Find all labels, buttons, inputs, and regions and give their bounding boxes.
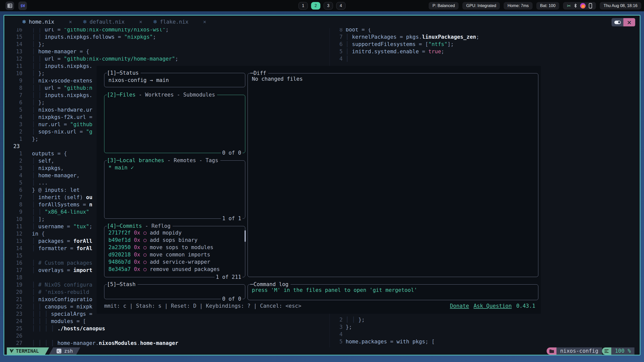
code-text: │ nix-vscode-extens — [32, 77, 92, 84]
terminal-prompt-icon: >_ — [57, 349, 61, 353]
line-number: 26 — [4, 332, 22, 340]
code-line[interactable]: 6│ supportedFilesystems = ["ntfs"]; — [336, 41, 640, 48]
commits-count: 1 of 211 — [215, 274, 243, 281]
window-close-button[interactable]: × — [623, 18, 635, 26]
code-text: │ nixos-hardware.ur — [32, 106, 92, 114]
panel-title: ─Command log — [250, 281, 291, 288]
command-log-content: press 'M' in the files panel to open 'gi… — [248, 285, 538, 294]
code-line[interactable]: 12│ │ url = "github:nix-community/home-m… — [4, 55, 330, 63]
scrollbar-thumb[interactable] — [245, 230, 246, 242]
code-text: outputs = { — [32, 150, 67, 157]
code-line[interactable]: 5│ initrd.systemd.enable = true; — [336, 48, 640, 55]
media-player-icon[interactable] — [580, 3, 586, 9]
code-line[interactable]: 15│ │ inputs.nixpkgs.follows = "nixpkgs"… — [4, 33, 330, 41]
commit-author: 0x — [134, 229, 143, 237]
editor-pane-right-bottom[interactable]: 2│ │ };3};45home.packages = with pkgs; [ — [336, 316, 640, 345]
line-number: 6 — [336, 41, 343, 48]
launcher-icon[interactable] — [6, 2, 14, 10]
tab-default-nix[interactable]: ❄ default.nix × — [83, 16, 142, 28]
lazygit-status-panel[interactable]: [1]─Status nixos-config → main — [104, 73, 245, 87]
window-toggle-button[interactable] — [612, 18, 623, 26]
commit-row[interactable]: 2a23950 0x ○ move sops to modules — [108, 244, 241, 251]
code-line[interactable]: 7│ kernelPackages = pkgs.linuxPackages_z… — [336, 33, 640, 41]
lazygit-files-panel[interactable]: [2]─Files - Worktrees - Submodules 0 of … — [104, 95, 245, 153]
commit-row[interactable]: 9486b7d 0x ○ add service-wrapper — [108, 258, 241, 266]
line-number: 22 — [4, 303, 22, 310]
code-text: │ username = "tux"; — [32, 223, 92, 230]
line-number: 7 — [4, 194, 22, 201]
phone-icon[interactable] — [589, 3, 592, 9]
panel-title: [1]─Status — [107, 69, 141, 77]
code-line[interactable]: 27│ │ │ │ home-manager.nixosModules.home… — [4, 340, 330, 347]
lazygit-commits-panel[interactable]: [4]─Commits - Reflog 2717f2f 0x ○ add mo… — [104, 226, 245, 277]
code-line[interactable]: 8boot = { — [336, 28, 640, 33]
ping-pill[interactable]: Home: 7ms — [504, 2, 532, 10]
lazygit-keybinding-hints: mmit: c | Stash: s | Reset: D | Keybindi… — [104, 302, 535, 310]
lazygit-command-log-panel[interactable]: ─Command log press 'M' in the files pane… — [248, 284, 538, 300]
code-text: │ │ inputs.nixpkgs. — [32, 63, 92, 70]
workspace-button-1[interactable]: 1 — [299, 2, 308, 10]
code-line[interactable]: 14│ }; — [4, 41, 330, 48]
panel-title: [4]─Commits - Reflog — [107, 222, 173, 230]
network-icon[interactable]: ✂ — [567, 3, 571, 9]
line-number: 25 — [4, 325, 22, 332]
commit-row[interactable]: 8e345a7 0x ○ remove unused packages — [108, 266, 241, 273]
tab-close-icon[interactable]: × — [139, 19, 142, 25]
editor-pane-right-top[interactable]: 8boot = {7│ kernelPackages = pkgs.linuxP… — [336, 28, 640, 63]
window-controls: × — [612, 18, 635, 26]
workspace-logo-icon[interactable]: $W — [18, 2, 27, 10]
code-text: │ │ inputs.nixpkgs. — [32, 92, 92, 99]
branches-count: 1 of 1 — [221, 215, 243, 222]
lazygit-stash-panel[interactable]: [5]─Stash 0 of 0 — [104, 284, 245, 299]
code-text: │ │ │ modules = [ — [32, 318, 86, 325]
code-text: }; — [32, 135, 38, 143]
workspace-button-3[interactable]: 3 — [324, 2, 333, 10]
code-line[interactable]: 2│ │ }; — [336, 316, 640, 324]
line-number: 3 — [4, 121, 22, 128]
system-tray: ✂ — [563, 2, 596, 10]
lazygit-branches-panel[interactable]: [3]─Local branches - Remotes - Tags * ma… — [104, 160, 245, 219]
vim-mode-icon — [9, 349, 14, 353]
commit-author: 0x — [134, 266, 143, 273]
tab-close-icon[interactable]: × — [69, 19, 72, 25]
line-number: 7 — [336, 33, 343, 41]
code-line[interactable]: 26 — [4, 332, 330, 340]
tab-label: flake.nix — [160, 19, 188, 25]
donate-link[interactable]: Donate — [450, 302, 469, 310]
line-number: 14 — [4, 41, 22, 48]
code-line[interactable]: 16│ │ url = "github:nix-community/nixos-… — [4, 28, 330, 33]
line-number: 15 — [4, 252, 22, 259]
code-line[interactable]: 3}; — [336, 324, 640, 331]
commit-row[interactable]: 2717f2f 0x ○ add mopidy — [108, 229, 241, 237]
tab-close-icon[interactable]: × — [203, 19, 206, 25]
code-line[interactable]: 4 — [336, 331, 640, 338]
commit-author: 0x — [134, 251, 143, 258]
line-number: 5 — [4, 179, 22, 187]
bluetooth-icon[interactable] — [574, 3, 577, 8]
code-line[interactable]: 25│ │ │ │ ./hosts/canopus — [4, 325, 330, 332]
clock-pill[interactable]: Thu Aug 08, 18:16 — [600, 2, 641, 10]
code-text: │ │ │ │ home-manager.nixosModules.home-m… — [32, 340, 178, 347]
power-profile-pill[interactable]: P: Balanced — [429, 2, 459, 10]
ask-question-link[interactable]: Ask Question — [473, 302, 512, 310]
panel-title: ─Diff — [250, 70, 268, 77]
tab-flake-nix[interactable]: ❄ flake.nix × — [153, 16, 206, 28]
code-line[interactable]: 24│ │ │ modules = [ — [4, 318, 330, 325]
code-text: │ self, — [32, 157, 54, 165]
lazygit-diff-panel[interactable]: ─Diff No changed files — [248, 73, 538, 277]
code-line[interactable]: 4│ — [336, 55, 640, 63]
commit-row[interactable]: d920218 0x ○ move common imports — [108, 251, 241, 258]
workspace-button-4[interactable]: 4 — [336, 2, 346, 10]
gpu-pill[interactable]: GPU: Integrated — [462, 2, 500, 10]
workspace-button-2-active[interactable]: 2 — [311, 2, 320, 10]
code-text: │ }; — [32, 41, 45, 48]
logo-text: $W — [20, 4, 25, 8]
line-number: 2 — [4, 157, 22, 165]
line-number: 6 — [4, 99, 22, 106]
tab-home-nix[interactable]: ❄ home.nix × — [22, 16, 72, 28]
commit-row[interactable]: b49ef1d 0x ○ add sops binary — [108, 237, 241, 244]
nix-snowflake-icon: ❄ — [22, 19, 26, 25]
code-line[interactable]: 5home.packages = with pkgs; [ — [336, 338, 640, 345]
battery-pill[interactable]: Bat: 100 — [536, 2, 559, 10]
code-line[interactable]: 13│ home-manager = { — [4, 48, 330, 55]
